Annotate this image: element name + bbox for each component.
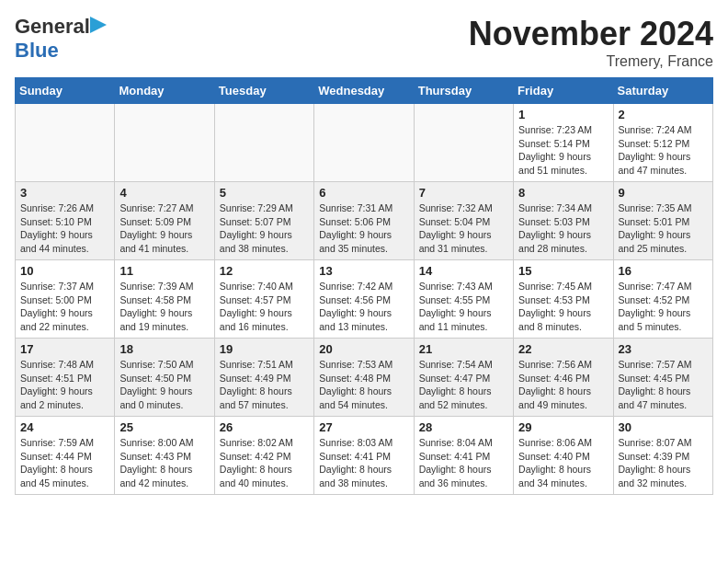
calendar-cell: 16Sunrise: 7:47 AM Sunset: 4:52 PM Dayli… bbox=[613, 260, 712, 339]
day-number: 28 bbox=[419, 420, 508, 434]
calendar-cell: 26Sunrise: 8:02 AM Sunset: 4:42 PM Dayli… bbox=[214, 417, 313, 495]
day-info: Sunrise: 7:29 AM Sunset: 5:07 PM Dayligh… bbox=[220, 201, 309, 256]
calendar-cell bbox=[314, 104, 414, 182]
calendar-cell bbox=[214, 104, 313, 182]
day-info: Sunrise: 7:35 AM Sunset: 5:01 PM Dayligh… bbox=[619, 201, 708, 256]
location: Tremery, France bbox=[469, 53, 713, 70]
day-number: 12 bbox=[220, 264, 309, 278]
calendar-cell: 7Sunrise: 7:32 AM Sunset: 5:04 PM Daylig… bbox=[414, 182, 513, 260]
calendar-cell: 22Sunrise: 7:56 AM Sunset: 4:46 PM Dayli… bbox=[514, 339, 613, 417]
logo-arrow-icon bbox=[90, 17, 107, 33]
day-info: Sunrise: 7:59 AM Sunset: 4:44 PM Dayligh… bbox=[20, 436, 109, 490]
calendar-cell: 1Sunrise: 7:23 AM Sunset: 5:14 PM Daylig… bbox=[514, 104, 613, 182]
svg-marker-0 bbox=[90, 17, 107, 33]
calendar-cell: 4Sunrise: 7:27 AM Sunset: 5:09 PM Daylig… bbox=[115, 182, 214, 260]
day-info: Sunrise: 8:07 AM Sunset: 4:39 PM Dayligh… bbox=[619, 436, 708, 490]
day-number: 7 bbox=[419, 186, 508, 200]
day-number: 11 bbox=[119, 264, 209, 278]
day-info: Sunrise: 7:54 AM Sunset: 4:47 PM Dayligh… bbox=[419, 358, 508, 412]
day-number: 2 bbox=[619, 108, 708, 121]
day-number: 25 bbox=[119, 420, 209, 434]
day-number: 5 bbox=[220, 186, 309, 200]
day-info: Sunrise: 7:31 AM Sunset: 5:06 PM Dayligh… bbox=[319, 201, 408, 256]
day-info: Sunrise: 7:26 AM Sunset: 5:10 PM Dayligh… bbox=[20, 201, 109, 256]
day-info: Sunrise: 7:24 AM Sunset: 5:12 PM Dayligh… bbox=[619, 123, 708, 178]
logo-blue: Blue bbox=[15, 39, 59, 63]
day-number: 17 bbox=[20, 342, 109, 356]
calendar-cell: 13Sunrise: 7:42 AM Sunset: 4:56 PM Dayli… bbox=[314, 260, 414, 339]
day-number: 9 bbox=[619, 186, 708, 200]
day-number: 27 bbox=[319, 420, 408, 434]
calendar-cell: 5Sunrise: 7:29 AM Sunset: 5:07 PM Daylig… bbox=[214, 182, 313, 260]
calendar-week-row: 3Sunrise: 7:26 AM Sunset: 5:10 PM Daylig… bbox=[16, 182, 713, 260]
logo: General Blue bbox=[15, 15, 90, 63]
day-info: Sunrise: 8:06 AM Sunset: 4:40 PM Dayligh… bbox=[518, 436, 608, 490]
calendar-cell: 6Sunrise: 7:31 AM Sunset: 5:06 PM Daylig… bbox=[314, 182, 414, 260]
day-number: 22 bbox=[518, 342, 608, 356]
calendar-cell bbox=[115, 104, 214, 182]
calendar-cell bbox=[16, 104, 115, 182]
calendar-cell: 28Sunrise: 8:04 AM Sunset: 4:41 PM Dayli… bbox=[414, 417, 513, 495]
calendar-cell: 15Sunrise: 7:45 AM Sunset: 4:53 PM Dayli… bbox=[514, 260, 613, 339]
day-info: Sunrise: 7:42 AM Sunset: 4:56 PM Dayligh… bbox=[319, 280, 408, 334]
calendar-week-row: 1Sunrise: 7:23 AM Sunset: 5:14 PM Daylig… bbox=[16, 104, 713, 182]
day-info: Sunrise: 8:04 AM Sunset: 4:41 PM Dayligh… bbox=[419, 436, 508, 490]
page-header: General Blue November 2024 Tremery, Fran… bbox=[15, 15, 713, 70]
calendar-cell: 30Sunrise: 8:07 AM Sunset: 4:39 PM Dayli… bbox=[613, 417, 712, 495]
day-number: 4 bbox=[119, 186, 209, 200]
day-info: Sunrise: 7:53 AM Sunset: 4:48 PM Dayligh… bbox=[319, 358, 408, 412]
calendar-week-row: 24Sunrise: 7:59 AM Sunset: 4:44 PM Dayli… bbox=[16, 417, 713, 495]
calendar-cell: 2Sunrise: 7:24 AM Sunset: 5:12 PM Daylig… bbox=[613, 104, 712, 182]
day-number: 20 bbox=[319, 342, 408, 356]
day-info: Sunrise: 7:47 AM Sunset: 4:52 PM Dayligh… bbox=[619, 280, 708, 334]
weekday-header: Friday bbox=[514, 78, 613, 104]
weekday-header: Sunday bbox=[16, 78, 115, 104]
day-number: 24 bbox=[20, 420, 109, 434]
day-info: Sunrise: 7:43 AM Sunset: 4:55 PM Dayligh… bbox=[419, 280, 508, 334]
weekday-header: Tuesday bbox=[214, 78, 313, 104]
day-number: 6 bbox=[319, 186, 408, 200]
day-number: 10 bbox=[20, 264, 109, 278]
calendar-cell: 25Sunrise: 8:00 AM Sunset: 4:43 PM Dayli… bbox=[115, 417, 214, 495]
calendar-cell: 3Sunrise: 7:26 AM Sunset: 5:10 PM Daylig… bbox=[16, 182, 115, 260]
day-number: 29 bbox=[518, 420, 608, 434]
calendar-cell: 11Sunrise: 7:39 AM Sunset: 4:58 PM Dayli… bbox=[115, 260, 214, 339]
calendar-cell: 14Sunrise: 7:43 AM Sunset: 4:55 PM Dayli… bbox=[414, 260, 513, 339]
weekday-header-row: SundayMondayTuesdayWednesdayThursdayFrid… bbox=[16, 78, 713, 104]
day-number: 18 bbox=[119, 342, 209, 356]
day-number: 30 bbox=[619, 420, 708, 434]
day-number: 19 bbox=[220, 342, 309, 356]
day-number: 13 bbox=[319, 264, 408, 278]
day-info: Sunrise: 7:27 AM Sunset: 5:09 PM Dayligh… bbox=[119, 201, 209, 256]
calendar-cell: 9Sunrise: 7:35 AM Sunset: 5:01 PM Daylig… bbox=[613, 182, 712, 260]
calendar-cell: 21Sunrise: 7:54 AM Sunset: 4:47 PM Dayli… bbox=[414, 339, 513, 417]
month-year: November 2024 bbox=[469, 15, 713, 53]
day-info: Sunrise: 7:56 AM Sunset: 4:46 PM Dayligh… bbox=[518, 358, 608, 412]
day-number: 15 bbox=[518, 264, 608, 278]
day-info: Sunrise: 8:00 AM Sunset: 4:43 PM Dayligh… bbox=[119, 436, 209, 490]
day-info: Sunrise: 8:02 AM Sunset: 4:42 PM Dayligh… bbox=[220, 436, 309, 490]
day-number: 23 bbox=[619, 342, 708, 356]
weekday-header: Thursday bbox=[414, 78, 513, 104]
weekday-header: Saturday bbox=[613, 78, 712, 104]
calendar-cell: 19Sunrise: 7:51 AM Sunset: 4:49 PM Dayli… bbox=[214, 339, 313, 417]
day-number: 26 bbox=[220, 420, 309, 434]
calendar-cell: 23Sunrise: 7:57 AM Sunset: 4:45 PM Dayli… bbox=[613, 339, 712, 417]
day-info: Sunrise: 7:40 AM Sunset: 4:57 PM Dayligh… bbox=[220, 280, 309, 334]
calendar-cell: 18Sunrise: 7:50 AM Sunset: 4:50 PM Dayli… bbox=[115, 339, 214, 417]
day-info: Sunrise: 7:45 AM Sunset: 4:53 PM Dayligh… bbox=[518, 280, 608, 334]
day-number: 16 bbox=[619, 264, 708, 278]
weekday-header: Monday bbox=[115, 78, 214, 104]
day-info: Sunrise: 7:39 AM Sunset: 4:58 PM Dayligh… bbox=[119, 280, 209, 334]
day-number: 1 bbox=[518, 108, 608, 121]
calendar-week-row: 17Sunrise: 7:48 AM Sunset: 4:51 PM Dayli… bbox=[16, 339, 713, 417]
calendar-cell: 17Sunrise: 7:48 AM Sunset: 4:51 PM Dayli… bbox=[16, 339, 115, 417]
calendar-cell bbox=[414, 104, 513, 182]
day-number: 14 bbox=[419, 264, 508, 278]
calendar-cell: 8Sunrise: 7:34 AM Sunset: 5:03 PM Daylig… bbox=[514, 182, 613, 260]
day-info: Sunrise: 7:51 AM Sunset: 4:49 PM Dayligh… bbox=[220, 358, 309, 412]
calendar-week-row: 10Sunrise: 7:37 AM Sunset: 5:00 PM Dayli… bbox=[16, 260, 713, 339]
calendar-cell: 24Sunrise: 7:59 AM Sunset: 4:44 PM Dayli… bbox=[16, 417, 115, 495]
calendar-cell: 20Sunrise: 7:53 AM Sunset: 4:48 PM Dayli… bbox=[314, 339, 414, 417]
day-number: 3 bbox=[20, 186, 109, 200]
